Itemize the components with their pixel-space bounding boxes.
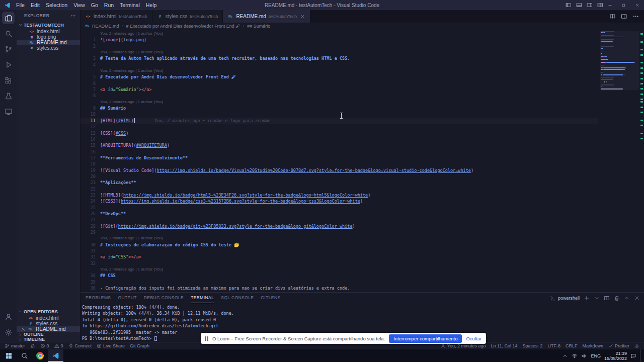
code-line-23[interactable]: 23![HTML5](https://img.shields.io/badge/…	[80, 192, 598, 198]
file-README.md[interactable]: M↓README.md	[17, 40, 80, 45]
status-indentation[interactable]: Spaces: 2	[520, 342, 545, 349]
close-editor-icon[interactable]	[21, 316, 26, 321]
layout-panel-toggle[interactable]	[576, 2, 582, 8]
action-center-icon[interactable]	[630, 353, 636, 359]
panel-tab-sql-console[interactable]: SQL CONSOLE	[221, 293, 254, 303]
accounts-icon[interactable]	[0, 309, 17, 324]
tab-styles.css[interactable]: #styles.csstestAutomTech	[152, 10, 223, 23]
explorer-more-actions-icon[interactable]	[70, 13, 76, 19]
code-line-21[interactable]: 21**Aplicações**	[80, 179, 598, 186]
code-line-3[interactable]: 3# Teste da Autom Tech aplicado através …	[80, 55, 598, 61]
editor[interactable]: You, 2 minutes ago | 1 author (You)1![im…	[80, 30, 644, 292]
menu-go[interactable]: Go	[88, 0, 101, 10]
new-terminal-icon[interactable]	[584, 295, 590, 301]
code-line-25[interactable]: 25	[80, 205, 598, 211]
pause-icon[interactable]	[205, 336, 208, 341]
menu-help[interactable]: Help	[143, 0, 160, 10]
breadcrumb-item[interactable]: # Executado por André Dias desenvolvedor…	[126, 24, 240, 29]
status-git-graph[interactable]: Git Graph	[127, 342, 152, 349]
status-errors[interactable]: 0	[38, 342, 52, 349]
vscode-app[interactable]	[48, 349, 63, 362]
code-line-27[interactable]: 27	[80, 217, 598, 223]
code-line-9[interactable]: 9## Sumário	[80, 105, 598, 111]
code-line-8[interactable]: 8	[80, 93, 598, 99]
chrome-app[interactable]	[32, 349, 48, 362]
layout-customize[interactable]	[597, 2, 603, 8]
code-line-33[interactable]: 33	[80, 260, 598, 266]
explorer-icon[interactable]	[2, 12, 15, 24]
code-line-14[interactable]: 14	[80, 136, 598, 142]
code-line-34[interactable]: 34## CSS	[80, 273, 598, 279]
status-connect[interactable]: Connect	[66, 342, 95, 349]
code-line-13[interactable]: 13[CSS](#CSS)	[80, 130, 598, 136]
code-line-18[interactable]: 18	[80, 161, 598, 167]
code-line-16[interactable]: 16	[80, 149, 598, 155]
code-line-7[interactable]: 7<a id="Sumário"></a>	[80, 86, 598, 93]
tab-index.html[interactable]: <>index.htmltestAutomTech	[80, 10, 152, 23]
codelens-row[interactable]: You, 2 minutes ago | 1 author (You)	[80, 266, 598, 273]
panel-tab-debug-console[interactable]: DEBUG CONSOLE	[144, 293, 184, 303]
file-logo.png[interactable]: ▦logo.png	[17, 34, 80, 40]
code-line-4[interactable]: 4	[80, 62, 598, 68]
open-editor-styles.css[interactable]: #styles.css	[17, 321, 80, 326]
code-line-35[interactable]: 35	[80, 279, 598, 285]
minimize-button[interactable]	[603, 0, 617, 10]
menu-view[interactable]: View	[70, 0, 88, 10]
close-panel-icon[interactable]	[634, 295, 640, 301]
language-indicator[interactable]: ENG	[591, 353, 601, 358]
status-encoding[interactable]: UTF-8	[545, 342, 563, 349]
kill-terminal-icon[interactable]	[614, 295, 620, 301]
volume-icon[interactable]	[581, 353, 587, 359]
folder-root[interactable]: TESTAUTOMTECH	[17, 21, 80, 29]
status-cursor-position[interactable]: Ln 11, Col 14	[489, 342, 520, 349]
run-debug-icon[interactable]	[0, 57, 17, 72]
close-button[interactable]	[630, 0, 644, 10]
code-line-2[interactable]: 2	[80, 43, 598, 49]
code-line-32[interactable]: 32<a id="CSS"></a>	[80, 254, 598, 260]
panel-tab-terminal[interactable]: TERMINAL	[191, 293, 214, 303]
close-editor-icon[interactable]	[21, 327, 26, 332]
shell-name[interactable]: powershell	[558, 296, 580, 301]
status-language-mode[interactable]: Markdown	[580, 342, 606, 349]
status-sync[interactable]	[28, 342, 38, 349]
code-line-20[interactable]: 20	[80, 173, 598, 179]
codelens-row[interactable]: You, 2 minutes ago | 1 author (You)	[80, 31, 598, 37]
maximize-panel-icon[interactable]	[624, 295, 630, 301]
extensions-icon[interactable]	[0, 72, 17, 88]
section-outline[interactable]: OUTLINE	[17, 332, 80, 337]
code-line-31[interactable]: 31	[80, 248, 598, 254]
settings-icon[interactable]	[0, 324, 17, 340]
file-styles.css[interactable]: #styles.css	[17, 45, 80, 51]
codelens-row[interactable]: You, 2 minutes ago | 1 author (You)	[80, 49, 598, 55]
panel-tab-gitlens[interactable]: GITLENS	[261, 293, 280, 303]
menu-selection[interactable]: Selection	[43, 0, 70, 10]
hidden-icons-chevron[interactable]	[562, 353, 568, 359]
code-line-11[interactable]: 11[HTML](#HTML)You, 2 minutes ago • read…	[80, 118, 598, 124]
start-button[interactable]	[1, 349, 17, 362]
hide-sharing-button[interactable]: Ocultar	[466, 336, 481, 341]
panel-tab-problems[interactable]: PROBLEMS	[86, 293, 111, 303]
breadcrumb-item[interactable]: README.md	[92, 24, 119, 29]
search-button[interactable]	[17, 349, 32, 362]
code-line-10[interactable]: 10	[80, 111, 598, 117]
layout-secondary-sidebar-toggle[interactable]	[587, 2, 593, 8]
menu-file[interactable]: File	[13, 0, 28, 10]
code-line-12[interactable]: 12	[80, 124, 598, 130]
maximize-button[interactable]	[617, 0, 630, 10]
file-index.html[interactable]: <>index.html	[17, 29, 80, 34]
section-timeline[interactable]: TIMELINE	[17, 337, 80, 342]
remote-explorer-icon[interactable]	[0, 104, 17, 119]
status-notifications[interactable]	[632, 342, 642, 349]
code-line-22[interactable]: 22	[80, 186, 598, 192]
open-preview-icon[interactable]	[609, 13, 616, 20]
open-editor-README.md[interactable]: M↓README.md	[17, 326, 80, 332]
code-line-1[interactable]: 1![image](logo.png)	[80, 37, 598, 43]
code-line-5[interactable]: 5# Executado por André Dias desenvolvedo…	[80, 74, 598, 80]
codelens-row[interactable]: You, 2 minutes ago | 1 author (You)	[80, 235, 598, 241]
close-editor-icon[interactable]	[21, 321, 26, 326]
open-editors-header[interactable]: OPEN EDITORS	[17, 308, 80, 315]
minimap[interactable]	[601, 31, 638, 89]
stop-sharing-button[interactable]: Interromper compartilhamento	[389, 334, 462, 343]
code-line-19[interactable]: 19![Visual Studio Code](https://img.shie…	[80, 167, 598, 173]
close-tab-icon[interactable]	[300, 14, 305, 19]
